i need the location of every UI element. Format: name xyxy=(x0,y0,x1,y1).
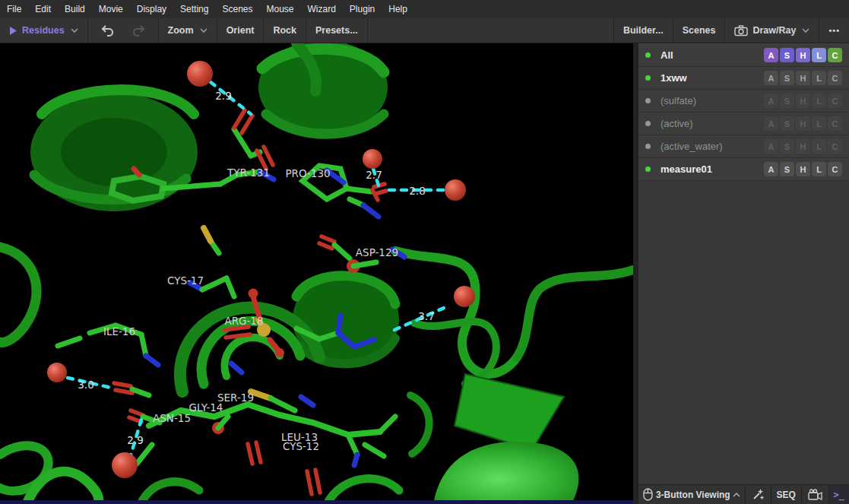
water-molecule[interactable] xyxy=(454,286,475,307)
object-enabled-dot[interactable] xyxy=(645,75,651,81)
more-menu-button[interactable]: ••• xyxy=(819,18,849,43)
menu-file[interactable]: File xyxy=(0,0,28,18)
menu-help[interactable]: Help xyxy=(382,0,414,18)
scenes-button[interactable]: Scenes xyxy=(673,18,726,43)
object-label[interactable]: measure01 xyxy=(661,163,712,175)
residue-label: ILE-16 xyxy=(103,325,135,338)
action-button-s[interactable]: S xyxy=(780,94,794,108)
rock-label: Rock xyxy=(273,25,296,36)
residue-label: PRO-130 xyxy=(285,167,330,179)
builder-button[interactable]: Builder... xyxy=(614,18,673,43)
action-button-c[interactable]: C xyxy=(828,94,842,108)
action-button-c[interactable]: C xyxy=(828,162,842,176)
selection-wand-button[interactable] xyxy=(746,485,771,504)
zoom-label: Zoom xyxy=(168,25,194,36)
action-button-c[interactable]: C xyxy=(828,71,842,85)
action-button-s[interactable]: S xyxy=(780,48,794,62)
object-label[interactable]: 1xww xyxy=(661,72,687,84)
zoom-dropdown[interactable]: Zoom xyxy=(159,18,217,43)
menu-scenes[interactable]: Scenes xyxy=(215,0,259,18)
object-label[interactable]: (sulfate) xyxy=(661,95,696,106)
residue-label: ASN-15 xyxy=(153,412,191,424)
distance-label: 3.0 xyxy=(78,379,93,391)
action-button-l[interactable]: L xyxy=(812,116,826,131)
mouse-mode-selector[interactable]: 3-Button Viewing xyxy=(638,485,746,504)
water-molecule[interactable] xyxy=(187,61,213,87)
movie-panel-button[interactable] xyxy=(802,485,829,504)
action-button-a[interactable]: A xyxy=(764,116,778,131)
sequence-toggle-button[interactable]: SEQ xyxy=(771,485,802,504)
menu-movie[interactable]: Movie xyxy=(92,0,130,18)
menu-wizard[interactable]: Wizard xyxy=(301,0,343,18)
rock-button[interactable]: Rock xyxy=(264,18,306,43)
action-button-a[interactable]: A xyxy=(764,94,778,108)
action-button-s[interactable]: S xyxy=(780,139,794,154)
menu-setting[interactable]: Setting xyxy=(173,0,215,18)
terminal-prompt-icon: >_ xyxy=(834,490,844,500)
object-enabled-dot[interactable] xyxy=(645,98,651,103)
object-label[interactable]: All xyxy=(661,49,673,61)
menu-display[interactable]: Display xyxy=(130,0,173,18)
menu-edit[interactable]: Edit xyxy=(28,0,58,18)
action-button-h[interactable]: H xyxy=(796,162,810,176)
chevron-down-icon xyxy=(200,28,207,33)
object-row: (sulfate)ASHLC xyxy=(638,90,849,113)
object-action-buttons: ASHLC xyxy=(762,94,842,108)
object-row: AllASHLC xyxy=(638,44,849,67)
object-action-buttons: ASHLC xyxy=(762,48,842,62)
ellipsis-icon: ••• xyxy=(828,26,840,35)
object-enabled-dot[interactable] xyxy=(645,52,651,58)
object-row: (active_water)ASHLC xyxy=(638,135,849,158)
chevron-down-icon xyxy=(802,28,809,33)
orient-button[interactable]: Orient xyxy=(217,18,265,43)
toolbar: Residues Zoom xyxy=(0,18,849,43)
3d-viewport[interactable]: 2.92.72.83.73.02.9 TYR-131PRO-130ASP-129… xyxy=(0,43,633,504)
distance-label: 2.7 xyxy=(366,169,382,181)
residue-label: ARG-18 xyxy=(224,315,263,327)
water-molecule[interactable] xyxy=(445,179,466,201)
residue-label: CYS-17 xyxy=(167,274,204,287)
object-label[interactable]: (active_water) xyxy=(661,141,723,152)
menu-mouse[interactable]: Mouse xyxy=(259,0,300,18)
action-button-s[interactable]: S xyxy=(780,116,794,131)
action-button-h[interactable]: H xyxy=(796,116,810,131)
action-button-a[interactable]: A xyxy=(764,71,778,85)
action-button-l[interactable]: L xyxy=(812,162,826,176)
action-button-s[interactable]: S xyxy=(780,162,794,176)
window-bottom-edge xyxy=(0,500,633,504)
action-button-a[interactable]: A xyxy=(764,48,778,62)
residue-label: GLY-14 xyxy=(189,401,223,414)
redo-button[interactable] xyxy=(128,25,149,36)
menu-build[interactable]: Build xyxy=(58,0,92,18)
action-button-l[interactable]: L xyxy=(812,139,826,154)
selection-mode-dropdown[interactable]: Residues xyxy=(0,18,88,43)
action-button-c[interactable]: C xyxy=(828,48,842,62)
presets-button[interactable]: Presets... xyxy=(306,18,368,43)
object-enabled-dot[interactable] xyxy=(645,144,651,149)
water-molecule[interactable] xyxy=(363,149,382,169)
water-molecule[interactable] xyxy=(47,363,67,382)
menu-plugin[interactable]: Plugin xyxy=(343,0,382,18)
water-molecule[interactable] xyxy=(112,452,138,478)
action-button-h[interactable]: H xyxy=(796,71,810,85)
action-button-h[interactable]: H xyxy=(796,48,810,62)
action-button-c[interactable]: C xyxy=(828,116,842,131)
distance-label: 2.8 xyxy=(409,185,425,197)
action-button-a[interactable]: A xyxy=(764,139,778,154)
action-button-l[interactable]: L xyxy=(812,71,826,85)
object-enabled-dot[interactable] xyxy=(645,121,651,126)
action-button-s[interactable]: S xyxy=(780,71,794,85)
object-action-buttons: ASHLC xyxy=(762,162,842,176)
object-label[interactable]: (active) xyxy=(661,118,693,129)
object-enabled-dot[interactable] xyxy=(645,166,651,172)
pymol-window: FileEditBuildMovieDisplaySettingScenesMo… xyxy=(0,0,849,504)
terminal-toggle-button[interactable]: >_ xyxy=(829,485,849,504)
action-button-l[interactable]: L xyxy=(812,48,826,62)
action-button-h[interactable]: H xyxy=(796,139,810,154)
undo-button[interactable] xyxy=(97,25,118,36)
action-button-c[interactable]: C xyxy=(828,139,842,154)
draw-ray-dropdown[interactable]: Draw/Ray xyxy=(725,18,819,43)
action-button-a[interactable]: A xyxy=(764,162,778,176)
action-button-l[interactable]: L xyxy=(812,94,826,108)
action-button-h[interactable]: H xyxy=(796,94,810,108)
